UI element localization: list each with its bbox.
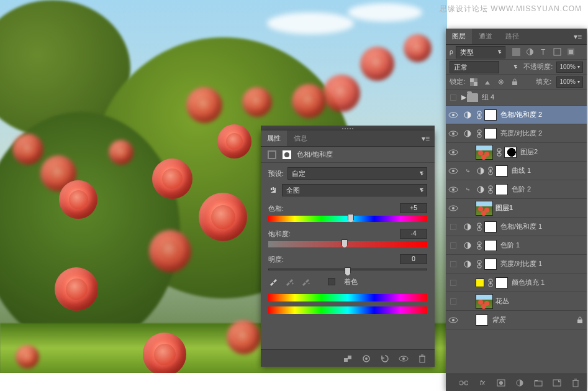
svg-point-39	[452, 170, 455, 172]
fill-thumb[interactable]	[476, 278, 484, 287]
saturation-value[interactable]: -4	[400, 229, 427, 239]
hue-label: 色相:	[268, 204, 284, 213]
mask-thumb[interactable]	[504, 147, 517, 158]
filter-pixel-icon[interactable]	[512, 47, 522, 57]
new-layer-icon[interactable]	[552, 378, 562, 388]
visibility-toggle[interactable]	[446, 149, 461, 156]
lightness-slider[interactable]	[268, 269, 427, 270]
layer-layer1[interactable]: 图层1	[446, 199, 587, 218]
visibility-toggle[interactable]	[450, 224, 456, 230]
lock-transparency-icon[interactable]	[469, 77, 479, 87]
svg-rect-10	[420, 356, 425, 362]
link-layers-icon[interactable]	[459, 378, 469, 388]
eyedropper-minus-icon[interactable]	[301, 277, 310, 287]
range-select[interactable]: 全图	[282, 184, 427, 196]
layers-footer: fx	[446, 374, 587, 391]
properties-footer	[261, 349, 435, 367]
mask-thumb[interactable]	[484, 109, 497, 121]
lock-all-icon[interactable]	[510, 77, 520, 87]
opacity-label: 不透明度:	[523, 62, 553, 71]
adjustment-title: 色相/饱和度	[297, 150, 333, 159]
panel-menu-icon[interactable]: ▾≡	[569, 32, 587, 41]
visibility-toggle[interactable]	[450, 280, 456, 286]
layer-background[interactable]: 背景	[446, 311, 587, 329]
visibility-toggle[interactable]	[446, 316, 461, 324]
visibility-icon[interactable]	[399, 354, 409, 364]
group-add-icon[interactable]	[533, 378, 543, 388]
hue-slider[interactable]	[268, 216, 427, 222]
panel-menu-icon[interactable]: ▾≡	[417, 134, 435, 143]
layer-thumb[interactable]	[476, 294, 493, 309]
tab-channels[interactable]: 通道	[473, 29, 499, 44]
fill-field[interactable]: 100%▾	[556, 76, 583, 88]
colorize-checkbox[interactable]	[328, 278, 335, 285]
svg-point-68	[452, 319, 455, 321]
hand-icon[interactable]	[268, 185, 278, 195]
layer-curves1[interactable]: ⤷ 曲线 1	[446, 162, 587, 180]
colorize-label: 着色	[344, 277, 358, 287]
svg-rect-78	[553, 380, 561, 386]
link-icon[interactable]	[476, 111, 483, 119]
adjustment-icon	[463, 110, 473, 120]
visibility-toggle[interactable]	[450, 94, 456, 101]
layer-bc1[interactable]: 亮度/对比度 1	[446, 255, 587, 274]
visibility-toggle[interactable]	[450, 242, 456, 249]
filter-smart-icon[interactable]	[566, 47, 576, 57]
eyedropper-plus-icon[interactable]	[284, 277, 294, 287]
visibility-toggle[interactable]	[450, 261, 456, 267]
tab-paths[interactable]: 路径	[499, 29, 525, 44]
svg-rect-76	[535, 381, 542, 386]
reset-icon[interactable]	[380, 354, 390, 364]
watermark: 思缘设计论坛 WWW.MISSYUAN.COM	[440, 4, 582, 14]
visibility-toggle[interactable]	[446, 111, 461, 119]
lightness-label: 明度:	[268, 255, 284, 264]
svg-point-51	[452, 207, 455, 209]
layer-flowers[interactable]: 花丛	[446, 292, 587, 311]
visibility-toggle[interactable]	[446, 167, 461, 175]
visibility-toggle[interactable]	[450, 298, 456, 305]
tab-properties[interactable]: 属性	[261, 131, 287, 146]
hue-strip-top	[268, 294, 427, 301]
visibility-toggle[interactable]	[446, 130, 461, 137]
clip-icon[interactable]	[343, 354, 353, 364]
filter-type-icon[interactable]: T	[539, 47, 549, 57]
tab-layers[interactable]: 图层	[446, 29, 472, 44]
mask-add-icon[interactable]	[496, 378, 506, 388]
filter-adjust-icon[interactable]	[525, 47, 535, 57]
layer-hue1[interactable]: 色相/饱和度 1	[446, 218, 587, 236]
saturation-slider[interactable]	[268, 241, 427, 247]
filter-shape-icon[interactable]	[553, 47, 563, 57]
trash-icon[interactable]	[571, 378, 581, 388]
visibility-toggle[interactable]	[446, 205, 461, 212]
layer-colorfill1[interactable]: 颜色填充 1	[446, 274, 587, 292]
layer-hue2[interactable]: 色相/饱和度 2	[446, 106, 587, 124]
layer-levels2[interactable]: ⤷ 色阶 2	[446, 180, 587, 199]
hue-value[interactable]: +5	[400, 203, 427, 213]
lightness-value[interactable]: 0	[400, 254, 427, 264]
panel-drag-handle[interactable]	[261, 126, 435, 131]
twirl-icon[interactable]: ▶	[461, 93, 467, 101]
fx-icon[interactable]: fx	[477, 378, 487, 388]
prev-state-icon[interactable]	[361, 354, 371, 364]
filter-kind-select[interactable]: 类型	[456, 46, 505, 58]
lock-position-icon[interactable]	[496, 77, 506, 87]
layer-thumb[interactable]	[476, 145, 493, 160]
eyedropper-icon[interactable]	[268, 277, 278, 287]
trash-icon[interactable]	[417, 354, 427, 364]
lock-icon	[577, 316, 583, 324]
layer-levels1[interactable]: 色阶 1	[446, 236, 587, 255]
layer-layer2[interactable]: 图层2	[446, 143, 587, 162]
svg-rect-14	[554, 48, 561, 55]
tab-info[interactable]: 信息	[287, 131, 314, 146]
lock-image-icon[interactable]	[482, 77, 492, 87]
layer-thumb[interactable]	[476, 201, 493, 216]
layer-group4[interactable]: ▶ 组 4	[446, 90, 587, 106]
blend-mode-select[interactable]: 正常	[450, 61, 499, 73]
layer-bc2[interactable]: 亮度/对比度 2	[446, 124, 587, 143]
visibility-toggle[interactable]	[446, 186, 461, 193]
preset-select[interactable]: 自定	[287, 167, 427, 180]
opacity-field[interactable]: 100%▾	[556, 62, 583, 73]
mask-icon[interactable]	[282, 150, 292, 160]
adjustment-icon	[267, 150, 277, 160]
adjustment-add-icon[interactable]	[515, 378, 525, 388]
